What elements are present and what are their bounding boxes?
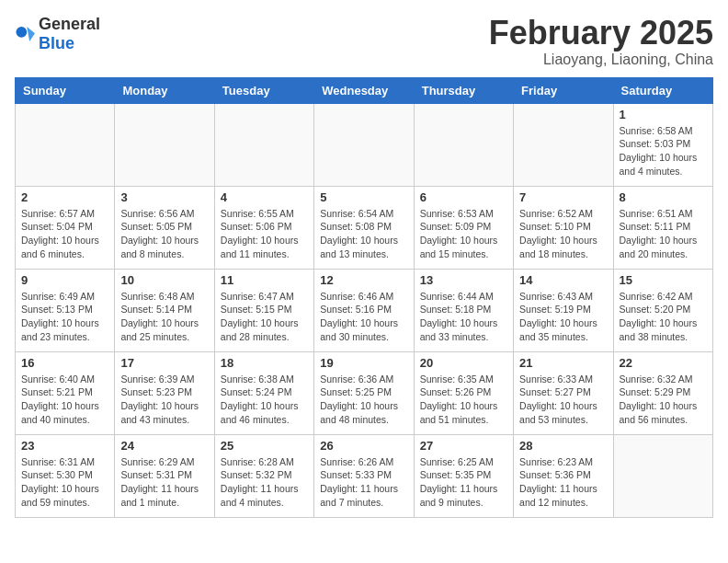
- day-info: Sunrise: 6:23 AM Sunset: 5:36 PM Dayligh…: [519, 455, 607, 510]
- day-number: 14: [519, 273, 607, 287]
- calendar-cell: 28Sunrise: 6:23 AM Sunset: 5:36 PM Dayli…: [514, 434, 613, 517]
- calendar-cell: [115, 103, 214, 186]
- calendar-cell: 4Sunrise: 6:55 AM Sunset: 5:06 PM Daylig…: [214, 186, 313, 269]
- calendar-cell: 18Sunrise: 6:38 AM Sunset: 5:24 PM Dayli…: [214, 351, 313, 434]
- day-number: 5: [320, 190, 407, 204]
- weekday-header-friday: Friday: [514, 77, 613, 103]
- calendar-cell: [214, 103, 313, 186]
- day-number: 1: [620, 108, 707, 121]
- day-number: 24: [120, 439, 208, 453]
- calendar-cell: 6Sunrise: 6:53 AM Sunset: 5:09 PM Daylig…: [414, 186, 513, 269]
- calendar-cell: [514, 103, 613, 186]
- calendar-cell: 27Sunrise: 6:25 AM Sunset: 5:35 PM Dayli…: [414, 434, 513, 517]
- svg-point-0: [16, 27, 27, 38]
- day-info: Sunrise: 6:44 AM Sunset: 5:18 PM Dayligh…: [420, 290, 507, 344]
- day-info: Sunrise: 6:25 AM Sunset: 5:35 PM Dayligh…: [420, 455, 507, 510]
- calendar-cell: [16, 103, 115, 186]
- calendar-cell: 14Sunrise: 6:43 AM Sunset: 5:19 PM Dayli…: [514, 269, 613, 351]
- day-info: Sunrise: 6:29 AM Sunset: 5:31 PM Dayligh…: [120, 455, 208, 510]
- calendar-cell: 22Sunrise: 6:32 AM Sunset: 5:29 PM Dayli…: [613, 351, 712, 434]
- title-section: February 2025 Liaoyang, Liaoning, China: [489, 15, 713, 68]
- day-number: 3: [120, 190, 208, 204]
- calendar-week-3: 9Sunrise: 6:49 AM Sunset: 5:13 PM Daylig…: [16, 269, 713, 351]
- day-info: Sunrise: 6:55 AM Sunset: 5:06 PM Dayligh…: [221, 207, 308, 261]
- calendar-cell: 3Sunrise: 6:56 AM Sunset: 5:05 PM Daylig…: [115, 186, 214, 269]
- logo-blue: Blue: [39, 34, 74, 52]
- calendar-week-2: 2Sunrise: 6:57 AM Sunset: 5:04 PM Daylig…: [16, 186, 713, 269]
- calendar-cell: 23Sunrise: 6:31 AM Sunset: 5:30 PM Dayli…: [16, 434, 115, 517]
- calendar-cell: 12Sunrise: 6:46 AM Sunset: 5:16 PM Dayli…: [314, 269, 414, 351]
- day-number: 18: [221, 356, 308, 370]
- calendar-week-4: 16Sunrise: 6:40 AM Sunset: 5:21 PM Dayli…: [16, 351, 713, 434]
- weekday-header-sunday: Sunday: [16, 77, 115, 103]
- day-number: 16: [21, 356, 108, 370]
- weekday-header-tuesday: Tuesday: [214, 77, 313, 103]
- page-header: General Blue February 2025 Liaoyang, Lia…: [15, 15, 713, 68]
- weekday-header-monday: Monday: [115, 77, 214, 103]
- day-info: Sunrise: 6:36 AM Sunset: 5:25 PM Dayligh…: [320, 373, 407, 427]
- calendar-cell: 11Sunrise: 6:47 AM Sunset: 5:15 PM Dayli…: [214, 269, 313, 351]
- day-info: Sunrise: 6:46 AM Sunset: 5:16 PM Dayligh…: [320, 290, 407, 344]
- day-number: 6: [420, 190, 507, 204]
- day-info: Sunrise: 6:52 AM Sunset: 5:10 PM Dayligh…: [519, 207, 607, 261]
- calendar-cell: 26Sunrise: 6:26 AM Sunset: 5:33 PM Dayli…: [314, 434, 414, 517]
- day-number: 4: [221, 190, 308, 204]
- day-info: Sunrise: 6:54 AM Sunset: 5:08 PM Dayligh…: [320, 207, 407, 261]
- weekday-header-row: SundayMondayTuesdayWednesdayThursdayFrid…: [16, 77, 713, 103]
- weekday-header-wednesday: Wednesday: [314, 77, 414, 103]
- day-info: Sunrise: 6:31 AM Sunset: 5:30 PM Dayligh…: [21, 455, 108, 510]
- day-info: Sunrise: 6:56 AM Sunset: 5:05 PM Dayligh…: [120, 207, 208, 261]
- day-number: 25: [221, 439, 308, 453]
- day-number: 2: [21, 190, 108, 204]
- calendar-week-5: 23Sunrise: 6:31 AM Sunset: 5:30 PM Dayli…: [16, 434, 713, 517]
- logo-text: General Blue: [39, 15, 100, 53]
- day-info: Sunrise: 6:40 AM Sunset: 5:21 PM Dayligh…: [21, 373, 108, 427]
- day-info: Sunrise: 6:58 AM Sunset: 5:03 PM Dayligh…: [620, 124, 707, 178]
- calendar-cell: 10Sunrise: 6:48 AM Sunset: 5:14 PM Dayli…: [115, 269, 214, 351]
- calendar-cell: [414, 103, 513, 186]
- calendar-table: SundayMondayTuesdayWednesdayThursdayFrid…: [15, 77, 713, 518]
- calendar-cell: 20Sunrise: 6:35 AM Sunset: 5:26 PM Dayli…: [414, 351, 513, 434]
- calendar-cell: 25Sunrise: 6:28 AM Sunset: 5:32 PM Dayli…: [214, 434, 313, 517]
- day-number: 15: [620, 273, 707, 287]
- day-info: Sunrise: 6:51 AM Sunset: 5:11 PM Dayligh…: [620, 207, 707, 261]
- day-number: 27: [420, 439, 507, 453]
- logo-icon: [15, 24, 35, 44]
- calendar-cell: [613, 434, 712, 517]
- day-info: Sunrise: 6:42 AM Sunset: 5:20 PM Dayligh…: [620, 290, 707, 344]
- day-info: Sunrise: 6:53 AM Sunset: 5:09 PM Dayligh…: [420, 207, 507, 261]
- day-number: 21: [519, 356, 607, 370]
- day-info: Sunrise: 6:47 AM Sunset: 5:15 PM Dayligh…: [221, 290, 308, 344]
- day-number: 8: [620, 190, 707, 204]
- calendar-cell: 7Sunrise: 6:52 AM Sunset: 5:10 PM Daylig…: [514, 186, 613, 269]
- day-number: 9: [21, 273, 108, 287]
- calendar-cell: 15Sunrise: 6:42 AM Sunset: 5:20 PM Dayli…: [613, 269, 712, 351]
- calendar-cell: 19Sunrise: 6:36 AM Sunset: 5:25 PM Dayli…: [314, 351, 414, 434]
- calendar-week-1: 1Sunrise: 6:58 AM Sunset: 5:03 PM Daylig…: [16, 103, 713, 186]
- calendar-cell: [314, 103, 414, 186]
- weekday-header-thursday: Thursday: [414, 77, 513, 103]
- day-info: Sunrise: 6:39 AM Sunset: 5:23 PM Dayligh…: [120, 373, 208, 427]
- day-number: 7: [519, 190, 607, 204]
- day-info: Sunrise: 6:32 AM Sunset: 5:29 PM Dayligh…: [620, 373, 707, 427]
- calendar-body: 1Sunrise: 6:58 AM Sunset: 5:03 PM Daylig…: [16, 103, 713, 517]
- day-number: 22: [620, 356, 707, 370]
- day-info: Sunrise: 6:38 AM Sunset: 5:24 PM Dayligh…: [221, 373, 308, 427]
- calendar-cell: 21Sunrise: 6:33 AM Sunset: 5:27 PM Dayli…: [514, 351, 613, 434]
- day-number: 23: [21, 439, 108, 453]
- calendar-cell: 13Sunrise: 6:44 AM Sunset: 5:18 PM Dayli…: [414, 269, 513, 351]
- day-info: Sunrise: 6:57 AM Sunset: 5:04 PM Dayligh…: [21, 207, 108, 261]
- logo-general: General: [39, 15, 100, 33]
- location-subtitle: Liaoyang, Liaoning, China: [489, 52, 713, 68]
- day-info: Sunrise: 6:26 AM Sunset: 5:33 PM Dayligh…: [320, 455, 407, 510]
- day-number: 26: [320, 439, 407, 453]
- calendar-cell: 16Sunrise: 6:40 AM Sunset: 5:21 PM Dayli…: [16, 351, 115, 434]
- calendar-cell: 9Sunrise: 6:49 AM Sunset: 5:13 PM Daylig…: [16, 269, 115, 351]
- calendar-cell: 8Sunrise: 6:51 AM Sunset: 5:11 PM Daylig…: [613, 186, 712, 269]
- calendar-cell: 1Sunrise: 6:58 AM Sunset: 5:03 PM Daylig…: [613, 103, 712, 186]
- day-number: 17: [120, 356, 208, 370]
- calendar-header: SundayMondayTuesdayWednesdayThursdayFrid…: [16, 77, 713, 103]
- day-info: Sunrise: 6:35 AM Sunset: 5:26 PM Dayligh…: [420, 373, 507, 427]
- weekday-header-saturday: Saturday: [613, 77, 712, 103]
- calendar-cell: 24Sunrise: 6:29 AM Sunset: 5:31 PM Dayli…: [115, 434, 214, 517]
